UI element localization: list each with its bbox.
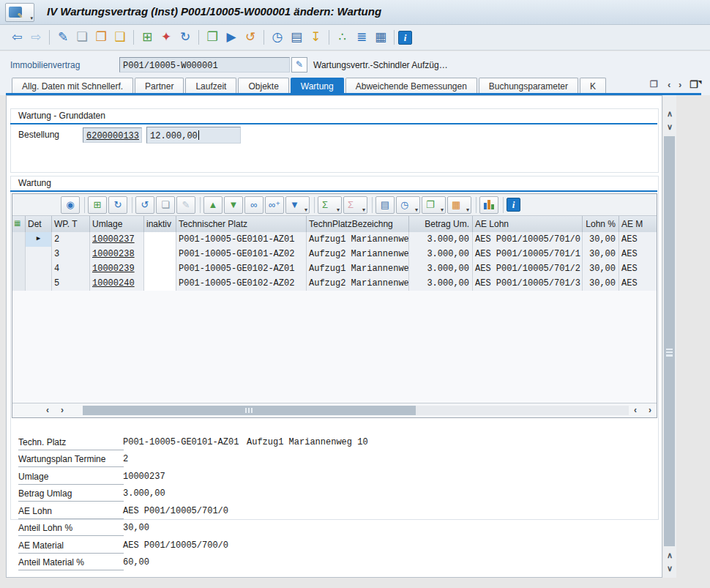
table-row[interactable]: ▶ 2 10000237 P001-10005-GE0101-AZ01 Aufz… [12, 232, 657, 248]
tab-allg-daten[interactable]: Allg. Daten mit Schnellerf. [12, 78, 133, 94]
graph-button[interactable] [479, 196, 498, 214]
dropdown-arrow-icon[interactable]: ▾ [30, 15, 33, 21]
techn-platz-cell[interactable]: P001-10005-GE0101-AZ01 [176, 232, 307, 247]
print-icon[interactable]: ▤ [287, 28, 306, 47]
scroll-right-icon[interactable]: › [649, 405, 651, 415]
create-icon[interactable]: ❏ [72, 28, 91, 47]
filter-button[interactable]: ▼ [285, 196, 310, 214]
table-row[interactable]: 3 10000238 P001-10005-GE0101-AZ02 Aufzug… [12, 247, 657, 262]
vscroll-thumb[interactable] [664, 136, 675, 546]
lohn-pct-cell[interactable]: 30,00 [583, 247, 619, 261]
refresh-icon[interactable]: ↻ [176, 28, 195, 47]
ae-lohn-cell[interactable]: AES P001/10005/701/1 [473, 247, 583, 261]
scroll-up-icon[interactable]: ∧ [663, 550, 676, 560]
grid-setup-icon[interactable]: ▦ [12, 216, 26, 232]
column-header-det[interactable]: Det [26, 216, 52, 232]
ae-material-cell[interactable]: AES [619, 232, 657, 247]
wpt-cell[interactable]: 3 [52, 247, 90, 261]
tab-objekte[interactable]: Objekte [238, 78, 288, 94]
refresh-button[interactable]: ↻ [108, 196, 127, 214]
column-header-ae-lohn[interactable]: AE Lohn [473, 216, 583, 232]
column-header-betrag[interactable]: Betrag Um. [409, 216, 473, 232]
table-horizontal-scrollbar[interactable]: ‹ › ‹ › [12, 403, 657, 418]
grid-info-icon[interactable]: i [507, 198, 520, 212]
hierarchy-icon[interactable]: ∴ [333, 28, 352, 47]
umlage-link[interactable]: 10000240 [92, 278, 135, 289]
techn-platz-cell[interactable]: P001-10005-GE0101-AZ02 [176, 247, 307, 261]
betrag-cell[interactable]: 3.000,00 [409, 247, 473, 261]
row-selector[interactable] [12, 261, 26, 276]
column-header-lohn-pct[interactable]: Lohn % [583, 216, 619, 232]
umlage-link[interactable]: 10000238 [92, 249, 135, 259]
lohn-pct-cell[interactable]: 30,00 [583, 276, 619, 291]
tab-scroll-right-icon[interactable]: › [679, 79, 681, 90]
row-selector[interactable] [12, 232, 26, 247]
ae-lohn-cell[interactable]: AES P001/10005/701/3 [473, 276, 583, 291]
undo-button[interactable]: ↺ [135, 196, 154, 214]
sum-button[interactable]: Σ [318, 196, 342, 214]
insert-row-button[interactable]: ❏ [156, 196, 175, 214]
column-header-wpt[interactable]: WP. T [52, 216, 90, 232]
copy-contract-icon[interactable]: ❐ [203, 28, 222, 47]
ae-material-cell[interactable]: AES [619, 247, 657, 261]
download-icon[interactable]: ↧ [306, 28, 325, 47]
wpt-cell[interactable]: 2 [52, 232, 90, 247]
table-view-icon[interactable]: ▦ [371, 28, 390, 47]
column-header-umlage[interactable]: Umlage [90, 216, 144, 232]
hscroll-thumb[interactable] [83, 406, 416, 415]
inaktiv-cell[interactable] [144, 276, 176, 291]
row-selector[interactable] [12, 247, 26, 261]
open-tab-list-icon[interactable]: ❐ [690, 79, 701, 90]
structure-button[interactable]: ⊞ [88, 196, 107, 214]
tab-laufzeit[interactable]: Laufzeit [185, 78, 236, 94]
scroll-left-icon[interactable]: ‹ [46, 405, 49, 415]
print-button[interactable]: ▤ [375, 196, 395, 214]
transaction-menu-button[interactable]: ▾ [5, 3, 34, 22]
scroll-down-icon[interactable]: ∨ [663, 563, 676, 573]
scroll-left-icon[interactable]: ‹ [634, 405, 637, 415]
display-change-icon[interactable]: ✎ [53, 28, 72, 47]
table-row[interactable]: 4 10000239 P001-10005-GE0102-AZ01 Aufzug… [12, 261, 657, 277]
tab-scroll-left-icon[interactable]: ‹ [668, 79, 670, 90]
inaktiv-cell[interactable] [144, 232, 176, 247]
edit-button[interactable]: ✎ [176, 196, 195, 214]
reset-icon[interactable]: ↺ [241, 28, 260, 47]
row-selector[interactable] [12, 276, 26, 291]
betrag-cell[interactable]: 3.000,00 [409, 261, 473, 276]
ae-lohn-cell[interactable]: AES P001/10005/701/0 [473, 232, 583, 247]
umlage-link[interactable]: 10000239 [92, 264, 135, 274]
find-button[interactable]: ∞ [244, 196, 264, 214]
table-row[interactable]: 5 10000240 P001-10005-GE0102-AZ02 Aufzug… [12, 276, 657, 291]
vertical-scrollbar[interactable]: ∧ ∨ ∧ ∨ [663, 95, 676, 578]
bezeichnung-cell[interactable]: Aufzug2 Mariannenweg 10 [307, 247, 409, 261]
change-documents-button[interactable]: ✎ [291, 57, 307, 72]
umlage-link[interactable]: 10000237 [92, 234, 135, 245]
wpt-cell[interactable]: 5 [52, 276, 90, 291]
forward-icon[interactable]: ⇨ [26, 28, 45, 47]
print-preview-icon[interactable]: ◷ [268, 28, 287, 47]
detail-cell[interactable]: ▶ [26, 232, 52, 247]
subtotal-button[interactable]: Σ [343, 196, 367, 214]
back-icon[interactable]: ⇦ [7, 28, 26, 47]
inaktiv-cell[interactable] [144, 247, 176, 261]
scroll-up-icon[interactable]: ∧ [663, 108, 676, 119]
export-button[interactable]: ❐ [422, 196, 446, 214]
bezeichnung-cell[interactable]: Aufzug1 Mariannenweg 11 [307, 261, 409, 276]
bezeichnung-cell[interactable]: Aufzug1 Mariannenweg 10 [307, 232, 409, 247]
techn-platz-cell[interactable]: P001-10005-GE0102-AZ02 [176, 276, 307, 291]
scroll-down-icon[interactable]: ∨ [663, 122, 676, 132]
ae-lohn-cell[interactable]: AES P001/10005/701/2 [473, 261, 583, 276]
techn-platz-cell[interactable]: P001-10005-GE0102-AZ01 [176, 261, 307, 276]
bestellung-value[interactable]: 6200000133 [86, 131, 139, 141]
details-button[interactable]: ◉ [61, 196, 80, 214]
paste-icon[interactable]: ❑ [111, 28, 130, 47]
lohn-pct-cell[interactable]: 30,00 [583, 232, 619, 247]
contract-field[interactable]: P001/10005-W000001 [119, 57, 290, 72]
lohn-pct-cell[interactable]: 30,00 [583, 261, 619, 276]
detail-cell[interactable] [26, 247, 52, 261]
info-icon[interactable]: i [398, 31, 412, 45]
tab-konditionen-clipped[interactable]: K [580, 78, 606, 94]
create-with-template-icon[interactable]: ✦ [157, 28, 176, 47]
betrag-cell[interactable]: 3.000,00 [409, 232, 473, 247]
bezeichnung-cell[interactable]: Aufzug2 Mariannenweg 11 [307, 276, 409, 291]
